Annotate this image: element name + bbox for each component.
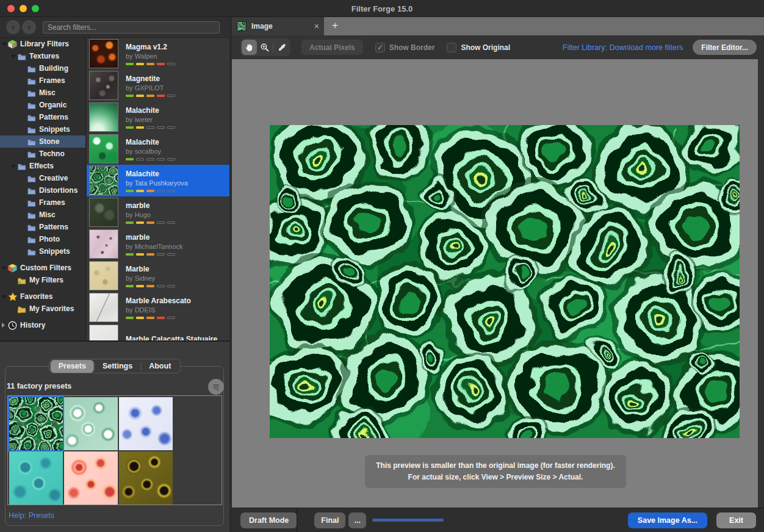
hand-tool-icon[interactable] (242, 40, 257, 55)
rating-bar (126, 221, 175, 224)
cube-icon (8, 40, 17, 49)
tab-settings[interactable]: Settings (95, 360, 140, 373)
tree-item-stone[interactable]: Stone (0, 135, 85, 148)
tree-item-distortions[interactable]: Distortions (0, 184, 85, 196)
filter-row-marble-calacatta[interactable]: Marble Calacatta Statuaire (87, 323, 229, 340)
tree-item-custom-filters[interactable]: Custom Filters (0, 262, 85, 274)
disclosure-open-icon[interactable] (2, 295, 7, 298)
filter-library-link[interactable]: Filter Library: Download more filters (563, 43, 683, 52)
tree-item-frames[interactable]: Frames (0, 74, 85, 87)
tree-item-history[interactable]: History (0, 319, 85, 331)
draft-mode-button[interactable]: Draft Mode (240, 512, 297, 528)
folder-icon (17, 52, 26, 61)
back-icon[interactable]: ‹ (6, 20, 20, 34)
canvas-right-edge (758, 59, 764, 525)
filter-thumbnail (89, 71, 118, 100)
tree-item-patterns[interactable]: Patterns (0, 111, 85, 123)
image-area: Image × + Actual Pixels Show Border Show… (232, 17, 764, 532)
zoom-tool-icon[interactable] (257, 40, 272, 55)
filter-row-malachite-socalboy[interactable]: Malachite by socalboy (87, 133, 229, 165)
disclosure-open-icon[interactable] (2, 267, 7, 270)
folder-icon (27, 125, 36, 134)
search-row: ‹ › (0, 17, 229, 38)
preset-thumb-5[interactable] (64, 451, 118, 505)
tab-strip: Image × + (232, 17, 764, 35)
new-tab-icon[interactable]: + (324, 17, 346, 35)
filter-row-marble-arabescato[interactable]: Marble Arabescato by DDEIS (87, 292, 229, 323)
preview-image[interactable] (270, 125, 740, 438)
show-border-checkbox[interactable] (375, 43, 385, 52)
viewer-toolbar: Actual Pixels Show Border Show Original … (232, 35, 764, 59)
tree-item-my-favorites[interactable]: My Favorites (0, 303, 85, 315)
disclosure-closed-icon[interactable] (2, 323, 5, 328)
preset-thumb-6[interactable] (119, 451, 173, 505)
preset-thumb-3[interactable] (119, 397, 173, 450)
bottom-bar: Draft Mode Final ... Save Image As... Ex… (232, 508, 764, 532)
search-input[interactable] (43, 21, 220, 34)
tab-about[interactable]: About (141, 360, 179, 373)
tree-item-photo[interactable]: Photo (0, 233, 85, 245)
presets-grid (7, 395, 222, 505)
tree-item-frames-fx[interactable]: Frames (0, 196, 85, 209)
window-title: Filter Forge 15.0 (0, 4, 764, 13)
disclosure-open-icon[interactable] (2, 43, 7, 46)
preset-thumb-1-selected[interactable] (9, 397, 63, 450)
folder-icon (27, 64, 36, 73)
folder-icon (27, 174, 36, 183)
filter-thumbnail (89, 134, 118, 164)
presets-panel: Presets Settings About 11 factory preset… (0, 340, 229, 532)
forward-icon[interactable]: › (22, 20, 36, 34)
tree-item-snippets-fx[interactable]: Snippets (0, 245, 85, 257)
save-image-button[interactable]: Save Image As... (628, 512, 707, 528)
help-presets-link[interactable]: Help: Presets (9, 511, 54, 520)
rating-bar (126, 190, 188, 192)
presets-menu-button[interactable] (208, 379, 224, 395)
tree-item-snippets[interactable]: Snippets (0, 123, 85, 135)
disclosure-open-icon[interactable] (11, 55, 16, 58)
menu-icon (211, 382, 221, 392)
tree-item-patterns-fx[interactable]: Patterns (0, 221, 85, 233)
final-button[interactable]: Final (314, 512, 345, 528)
disclosure-open-icon[interactable] (11, 165, 16, 168)
rating-bar (126, 126, 175, 129)
exit-button[interactable]: Exit (716, 512, 756, 528)
filter-row-magma[interactable]: Magma v1.2 by Walpen (87, 38, 229, 70)
actual-pixels-button[interactable]: Actual Pixels (301, 40, 363, 55)
filter-row-malachite-selected[interactable]: Malachite by Tata Pushkaryova (87, 165, 229, 196)
preset-thumb-2[interactable] (64, 397, 118, 450)
image-swatch-icon (237, 21, 247, 31)
show-original-control: Show Original (447, 43, 510, 52)
tab-presets[interactable]: Presets (51, 360, 94, 373)
tree-item-misc-fx[interactable]: Misc (0, 209, 85, 221)
filter-row-marble-michaeltannock[interactable]: marble by MichaelTannock (87, 228, 229, 260)
folder-icon (27, 223, 36, 232)
filter-row-marble-hugo[interactable]: marble by Hugo (87, 196, 229, 228)
show-original-checkbox[interactable] (447, 43, 456, 52)
tree-item-favorites[interactable]: Favorites (0, 290, 85, 303)
folder-icon (27, 186, 36, 195)
preset-thumb-4[interactable] (9, 451, 63, 505)
tree-item-my-filters[interactable]: My Filters (0, 274, 85, 286)
close-tab-icon[interactable]: × (314, 22, 319, 31)
tab-image[interactable]: Image × (232, 17, 324, 35)
tree-item-techno[interactable]: Techno (0, 148, 85, 160)
tree-item-creative[interactable]: Creative (0, 172, 85, 184)
tree-item-textures[interactable]: Textures (0, 50, 85, 62)
eyedropper-tool-icon[interactable] (274, 40, 289, 55)
tree-item-organic[interactable]: Organic (0, 99, 85, 111)
tree-item-library-filters[interactable]: Library Filters (0, 38, 85, 50)
render-options-button[interactable]: ... (348, 512, 366, 528)
tree-item-building[interactable]: Building (0, 62, 85, 74)
titlebar: Filter Forge 15.0 (0, 0, 764, 17)
render-progress-bar (372, 519, 444, 522)
tree-item-misc[interactable]: Misc (0, 87, 85, 99)
folder-icon (27, 198, 36, 207)
folder-icon (27, 235, 36, 244)
filter-row-magnetite[interactable]: Magnetite by GXPILOT (87, 70, 229, 101)
filter-row-marble-sidney[interactable]: Marble by Sidney (87, 260, 229, 292)
filter-row-malachite-iweter[interactable]: Malachite by iweter (87, 101, 229, 133)
filter-editor-button[interactable]: Filter Editor... (693, 40, 757, 55)
tree-item-effects[interactable]: Effects (0, 160, 85, 172)
preview-canvas[interactable]: This preview is smaller than the origina… (232, 59, 758, 525)
clock-icon (8, 321, 17, 330)
